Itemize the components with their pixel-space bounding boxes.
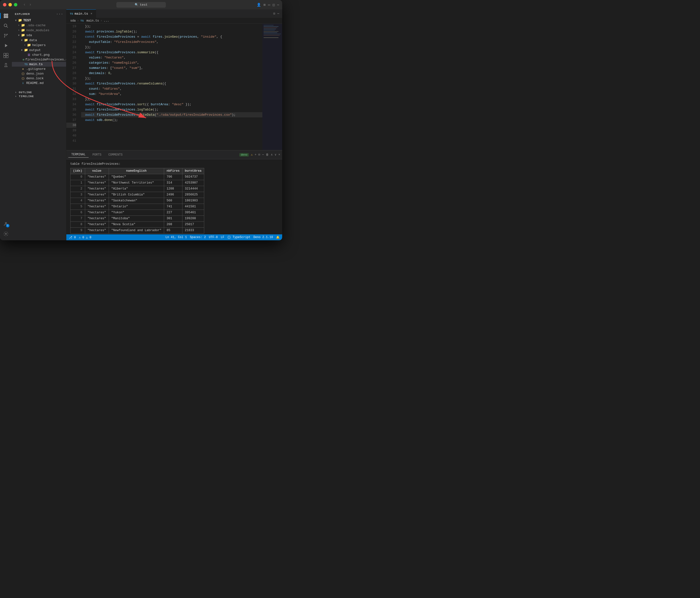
terminal-tab[interactable]: TERMINAL	[68, 152, 89, 158]
maximize-terminal-button[interactable]: ∧	[271, 153, 273, 157]
sidebar-more-button[interactable]: ···	[56, 12, 63, 16]
breadcrumb-sep2: ›	[100, 19, 102, 23]
back-button[interactable]: ‹	[22, 2, 27, 7]
breadcrumb-dots[interactable]: ...	[104, 19, 109, 23]
minimize-button[interactable]	[8, 3, 12, 6]
account-activity-icon[interactable]: 1	[1, 219, 10, 229]
maximize-button[interactable]	[14, 3, 17, 6]
tree-item-chart-png[interactable]: 🖼 chart.png	[12, 52, 66, 57]
tree-item-deno-lock[interactable]: {} deno.lock	[12, 76, 66, 81]
account-badge: 1	[6, 224, 9, 228]
warning-icon: ⚠	[251, 153, 252, 157]
tree-item-main-ts[interactable]: TS main.ts	[12, 62, 66, 67]
tree-label: helpers	[32, 43, 66, 47]
close-terminal-button[interactable]: ×	[278, 153, 280, 157]
panel-icon[interactable]: ▭	[268, 3, 270, 7]
tree-item-data[interactable]: ∨ 📁 data	[12, 38, 66, 43]
language[interactable]: {} TypeScript	[227, 236, 250, 239]
cell-name: "Newfoundland and Labrador"	[109, 228, 164, 234]
table-row: 4 "hectares" "Saskatchewan" 560 1801903	[71, 198, 204, 204]
git-branch[interactable]: ⎇ 0	[69, 236, 76, 239]
code-editor[interactable]: 19 20 21 22 23 24 25 26 27 28 29 30 31 3…	[66, 24, 282, 150]
encoding[interactable]: UTF-8	[209, 236, 218, 239]
notification-icon[interactable]: 🔔	[276, 236, 280, 239]
close-button[interactable]	[3, 3, 6, 6]
add-terminal-button[interactable]: +	[255, 153, 256, 157]
minimize-terminal-button[interactable]: ∨	[275, 153, 276, 157]
tree-item-readme[interactable]: ℹ README.md	[12, 81, 66, 86]
svg-point-3	[7, 34, 8, 35]
cell-idx: 3	[71, 192, 85, 198]
window-controls[interactable]	[3, 3, 17, 6]
file-icon: {}	[21, 77, 25, 80]
outline-section-header[interactable]: › OUTLINE	[12, 90, 66, 94]
source-control-icon[interactable]	[1, 31, 10, 40]
timeline-section-header[interactable]: › TIMELINE	[12, 94, 66, 98]
cursor-position[interactable]: Ln 41, Col 1	[166, 236, 187, 239]
svg-rect-17	[264, 32, 277, 33]
deno-version[interactable]: Deno 2.1.10	[253, 236, 273, 239]
ports-tab[interactable]: PORTS	[90, 152, 104, 158]
terminal-body[interactable]: table firesInsideProvinces: (idx) value …	[66, 159, 282, 234]
account-icon[interactable]: 👤	[257, 3, 261, 7]
tree-item-output[interactable]: ∨ 📁 output	[12, 48, 66, 52]
cell-name: "British Columbia"	[109, 192, 164, 198]
tree-item-sda[interactable]: ∨ 📁 sda	[12, 33, 66, 38]
breadcrumb-sda[interactable]: sda	[70, 19, 76, 23]
code-line-23: outputTable: "firesInsideProvinces",	[81, 40, 262, 45]
cell-value: "hectares"	[85, 174, 109, 180]
code-line-24: });	[81, 45, 262, 50]
tree-item-helpers[interactable]: › 📁 helpers	[12, 43, 66, 48]
extensions-icon[interactable]	[1, 51, 10, 60]
outline-label: OUTLINE	[19, 91, 32, 94]
search-bar[interactable]: 🔍 test	[116, 2, 166, 8]
table-row: 8 "hectares" "Nova Scotia" 208 25017	[71, 222, 204, 228]
run-debug-icon[interactable]	[1, 41, 10, 50]
code-line-32: count: "nbFires",	[81, 86, 262, 91]
tab-main-ts[interactable]: TS main.ts ×	[66, 9, 96, 18]
search-activity-icon[interactable]	[1, 21, 10, 30]
table-row: 2 "hectares" "Alberta" 1208 3214444	[71, 186, 204, 192]
chevron-down-icon: ∨	[14, 19, 18, 22]
more-terminal-button[interactable]: ⋯	[262, 153, 264, 157]
tree-label: README.md	[26, 81, 66, 85]
folder-icon: 📁	[21, 33, 25, 37]
tree-item-node-modules[interactable]: › 📁 node_modules	[12, 28, 66, 33]
code-line-33: sum: "burntArea",	[81, 91, 262, 97]
breadcrumb-file[interactable]: TS main.ts	[80, 19, 99, 23]
tree-item-deno-json[interactable]: {} deno.json	[12, 71, 66, 76]
split-editor-icon[interactable]: ⊡	[273, 11, 275, 16]
comments-tab[interactable]: COMMENTS	[105, 152, 126, 158]
settings-icon[interactable]	[1, 230, 10, 238]
tree-item-sda-cache[interactable]: › 📁 .sda-cache	[12, 23, 66, 28]
editor-area: TS main.ts × ⊡ ⋯ sda › TS main.ts › ...	[66, 9, 282, 240]
tab-close-button[interactable]: ×	[91, 12, 92, 16]
file-icon: {}	[21, 72, 25, 75]
spaces-info[interactable]: Spaces: 2	[190, 236, 206, 239]
layout-icon[interactable]: ⊞	[264, 3, 265, 7]
cell-value: "hectares"	[85, 198, 109, 204]
breadcrumb: sda › TS main.ts › ...	[66, 18, 282, 24]
nav-buttons[interactable]: ‹ ›	[22, 2, 32, 7]
cell-name: "Manitoba"	[109, 216, 164, 222]
chevron-right-icon: ›	[14, 95, 18, 98]
split-terminal-button[interactable]: ⊡	[258, 153, 260, 157]
more-icon[interactable]: ⋯	[277, 3, 279, 7]
errors-count[interactable]: ⚠ 0 △ 0	[79, 236, 91, 239]
test-icon[interactable]	[1, 61, 10, 70]
cell-nbfires: 85	[164, 228, 182, 234]
more-actions-icon[interactable]: ⋯	[277, 11, 279, 16]
tree-item-fires-csv[interactable]: ⊞ firesInsideProvinces.csv	[12, 57, 66, 62]
explorer-icon[interactable]	[1, 11, 10, 20]
table-row: 6 "hectares" "Yukon" 227 395461	[71, 210, 204, 216]
tree-item-test[interactable]: ∨ 📁 TEST	[12, 18, 66, 23]
sidebar-icon[interactable]: ◫	[273, 3, 275, 7]
code-content[interactable]: }); await provinces.logTable(); const fi…	[79, 24, 262, 150]
delete-terminal-button[interactable]: 🗑	[266, 153, 269, 157]
minimap	[262, 24, 282, 150]
line-ending[interactable]: LF	[221, 236, 224, 239]
forward-button[interactable]: ›	[28, 2, 33, 7]
cell-nbfires: 1208	[164, 186, 182, 192]
tree-item-gitignore[interactable]: ⊛ .gitignore	[12, 67, 66, 71]
svg-rect-16	[264, 31, 278, 32]
